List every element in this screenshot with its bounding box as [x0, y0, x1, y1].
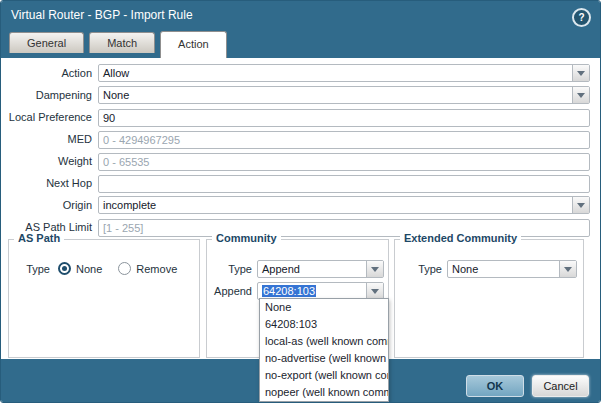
chevron-down-icon	[564, 267, 572, 272]
next-hop-input[interactable]	[98, 175, 590, 193]
as-path-type-none-radio[interactable]: None	[58, 262, 102, 275]
form-row-weight: Weight	[1, 152, 600, 170]
weight-input[interactable]	[98, 153, 590, 171]
extended-community-type-value: None	[448, 261, 559, 277]
community-type-label: Type	[207, 263, 257, 275]
form-row-med: MED	[1, 130, 600, 148]
bgp-import-rule-dialog: Virtual Router - BGP - Import Rule ? Gen…	[0, 0, 601, 403]
tab-general[interactable]: General	[9, 32, 84, 53]
chevron-down-icon	[577, 203, 585, 208]
radio-unselected-icon	[118, 262, 131, 275]
as-path-type-row: Type None Remove	[9, 262, 199, 275]
dialog-title: Virtual Router - BGP - Import Rule	[11, 8, 193, 22]
local-preference-input[interactable]	[98, 109, 590, 127]
origin-dropdown-button[interactable]	[572, 197, 589, 213]
community-append-selected-text: 64208:103	[262, 285, 316, 297]
as-path-type-label: Type	[9, 263, 58, 275]
tab-action[interactable]: Action	[160, 31, 227, 58]
tab-bar: General Match Action	[9, 31, 232, 58]
dampening-dropdown-button[interactable]	[572, 87, 589, 103]
as-path-fieldset: AS Path Type None Remove	[8, 239, 200, 358]
community-type-select[interactable]: Append	[257, 260, 384, 278]
action-dropdown-button[interactable]	[572, 65, 589, 81]
origin-label: Origin	[1, 199, 98, 211]
weight-label: Weight	[1, 155, 98, 167]
community-type-value: Append	[258, 261, 366, 277]
origin-select[interactable]: incomplete	[98, 196, 590, 214]
dropdown-option[interactable]: no-advertise (well known c...	[260, 350, 388, 367]
dropdown-option[interactable]: None	[260, 299, 388, 316]
as-path-remove-label: Remove	[136, 263, 177, 275]
action-form: Action Allow Dampening None Local Prefer…	[1, 64, 600, 240]
form-row-local-preference: Local Preference	[1, 108, 600, 126]
local-preference-label: Local Preference	[1, 111, 98, 123]
extended-community-type-select[interactable]: None	[447, 260, 577, 278]
action-select[interactable]: Allow	[98, 64, 590, 82]
community-append-dropdown-list: None 64208:103 local-as (well known comm…	[259, 298, 389, 402]
extended-community-legend: Extended Community	[400, 232, 521, 244]
med-input[interactable]	[98, 131, 590, 149]
community-type-dropdown-button[interactable]	[366, 261, 383, 277]
as-path-none-label: None	[76, 263, 102, 275]
community-legend: Community	[212, 232, 281, 244]
next-hop-label: Next Hop	[1, 177, 98, 189]
form-row-action: Action Allow	[1, 64, 600, 82]
community-type-row: Type Append	[207, 260, 388, 278]
dropdown-option[interactable]: local-as (well known comm...	[260, 333, 388, 350]
ok-button[interactable]: OK	[466, 375, 524, 397]
action-label: Action	[1, 67, 98, 79]
form-row-next-hop: Next Hop	[1, 174, 600, 192]
extended-community-type-dropdown-button[interactable]	[559, 261, 576, 277]
dampening-label: Dampening	[1, 89, 98, 101]
form-row-origin: Origin incomplete	[1, 196, 600, 214]
action-value: Allow	[99, 65, 572, 81]
origin-value: incomplete	[99, 197, 572, 213]
form-row-dampening: Dampening None	[1, 86, 600, 104]
community-append-label: Append	[207, 285, 257, 297]
as-path-type-remove-radio[interactable]: Remove	[118, 262, 177, 275]
dropdown-option[interactable]: nopeer (well known comm...	[260, 384, 388, 401]
dialog-header: Virtual Router - BGP - Import Rule ? Gen…	[1, 1, 600, 58]
med-label: MED	[1, 133, 98, 145]
extended-community-fieldset: Extended Community Type None	[394, 239, 584, 358]
chevron-down-icon	[371, 267, 379, 272]
help-icon[interactable]: ?	[572, 8, 591, 27]
chevron-down-icon	[577, 71, 585, 76]
dropdown-option[interactable]: no-export (well known com...	[260, 367, 388, 384]
extended-community-type-row: Type None	[395, 260, 583, 278]
chevron-down-icon	[577, 93, 585, 98]
as-path-legend: AS Path	[14, 232, 64, 244]
community-append-dropdown-button[interactable]	[366, 283, 383, 299]
radio-selected-icon	[58, 262, 71, 275]
chevron-down-icon	[371, 289, 379, 294]
dropdown-option[interactable]: 64208:103	[260, 316, 388, 333]
extended-community-type-label: Type	[395, 263, 447, 275]
cancel-button[interactable]: Cancel	[532, 375, 589, 397]
dampening-value: None	[99, 87, 572, 103]
dampening-select[interactable]: None	[98, 86, 590, 104]
tab-match[interactable]: Match	[89, 32, 155, 53]
